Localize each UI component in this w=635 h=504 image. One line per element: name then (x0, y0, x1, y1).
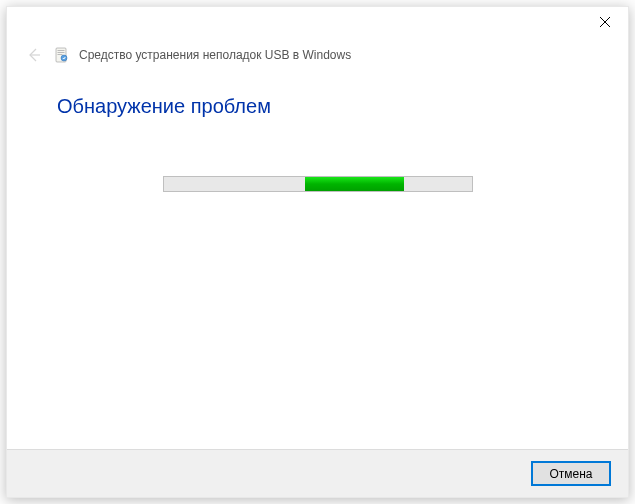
progress-fill (305, 177, 404, 191)
troubleshooter-window: Средство устранения неполадок USB в Wind… (6, 6, 629, 498)
troubleshooter-icon (53, 47, 69, 63)
content-area: Обнаружение проблем (7, 67, 628, 449)
close-icon (600, 17, 610, 27)
header-row: Средство устранения неполадок USB в Wind… (7, 39, 628, 67)
back-arrow-icon (26, 47, 42, 63)
progress-bar (163, 176, 473, 192)
window-title: Средство устранения неполадок USB в Wind… (79, 48, 351, 62)
cancel-button[interactable]: Отмена (532, 462, 610, 485)
svg-rect-6 (58, 54, 63, 55)
svg-rect-5 (58, 52, 65, 53)
back-button (25, 46, 43, 64)
footer: Отмена (7, 449, 628, 497)
titlebar (7, 7, 628, 39)
close-button[interactable] (582, 7, 628, 37)
page-heading: Обнаружение проблем (57, 95, 578, 118)
svg-rect-4 (58, 50, 65, 51)
